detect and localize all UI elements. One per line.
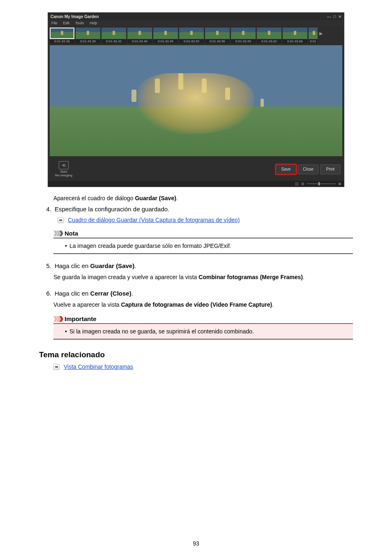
step-5: 5. Haga clic en Guardar (Save). Se guard…: [39, 262, 353, 282]
app-window: Canon My Image Garden — □ ✕ File Edit To…: [48, 12, 344, 187]
step-text: Haga clic en Cerrar (Close).: [55, 290, 133, 297]
window-controls: — □ ✕: [325, 14, 341, 19]
step-body: Vuelve a aparecer la vista Captura de fo…: [53, 301, 353, 309]
page-number: 93: [0, 540, 392, 547]
minimize-icon[interactable]: —: [327, 14, 331, 19]
menu-tools[interactable]: Tools: [75, 21, 84, 25]
thumbnail[interactable]: 0:01:43.36: [50, 28, 74, 44]
title-bar: Canon My Image Garden — □ ✕: [48, 13, 344, 20]
scroll-right-icon[interactable]: ▶: [319, 28, 323, 39]
thumbnail[interactable]: 0:01:43.66: [283, 28, 307, 44]
step-text: Especifique la configuración de guardado…: [55, 206, 169, 213]
step-body: Se guarda la imagen creada y vuelve a ap…: [53, 273, 353, 282]
save-button[interactable]: Save: [276, 164, 296, 174]
note-bullet: La imagen creada puede guardarse sólo en…: [65, 243, 353, 249]
important-chevrons-icon: [53, 316, 62, 322]
fit-icon[interactable]: ◫: [295, 182, 299, 186]
menu-edit[interactable]: Edit: [63, 21, 70, 25]
step-6: 6. Haga clic en Cerrar (Close). Vuelve a…: [39, 290, 353, 340]
menu-bar: File Edit Tools Help: [48, 20, 344, 26]
thumbnail[interactable]: 0:01:43.42: [101, 28, 126, 44]
preview-area: [50, 45, 342, 156]
status-bar: ◫ ⊖ ⊕: [48, 181, 344, 187]
thumbnail[interactable]: 0:01:43.56: [205, 28, 230, 44]
thumbnail[interactable]: 0:01:43.39: [76, 28, 100, 44]
print-button[interactable]: Print: [320, 164, 341, 174]
step-number: 4.: [39, 206, 51, 213]
thumbnail-strip: 0:01:43.36 0:01:43.39 0:01:43.42 0:01:43…: [48, 26, 344, 44]
important-bullet: Si la imagen creada no se guarda, se sup…: [65, 328, 353, 335]
thumbnail[interactable]: 0:01:43.62: [257, 28, 281, 44]
related-link[interactable]: Vista Combinar fotogramas: [64, 363, 133, 370]
maximize-icon[interactable]: □: [333, 14, 336, 19]
step-number: 6.: [39, 290, 51, 297]
app-title: Canon My Image Garden: [51, 14, 325, 19]
dialog-appears-text: Aparecerá el cuadro de diálogo Guardar (…: [53, 194, 353, 203]
thumbnail[interactable]: 0:01:43.49: [153, 28, 178, 44]
thumbnail[interactable]: 0:01:43.46: [127, 28, 152, 44]
thumbnail-partial[interactable]: 0:01: [309, 28, 318, 44]
zoom-out-icon[interactable]: ⊖: [301, 182, 304, 186]
link-arrow-icon: [53, 364, 60, 370]
step-number: 5.: [39, 262, 51, 269]
important-box: Importante Si la imagen creada no se gua…: [53, 314, 353, 340]
zoom-in-icon[interactable]: ⊕: [338, 182, 341, 186]
related-heading: Tema relacionado: [39, 350, 353, 359]
thumbnail[interactable]: 0:01:43.59: [231, 28, 256, 44]
step-text: Haga clic en Guardar (Save).: [55, 262, 136, 269]
thumbnail[interactable]: 0:01:43.52: [179, 28, 204, 44]
note-chevrons-icon: [53, 231, 62, 236]
note-box: Nota La imagen creada puede guardarse só…: [53, 228, 353, 254]
bottom-toolbar: ⟲ Start Re-merging Save Close Print: [48, 158, 344, 181]
menu-help[interactable]: Help: [90, 21, 97, 25]
start-remerging-button[interactable]: ⟲ Start Re-merging: [51, 161, 76, 178]
close-icon[interactable]: ✕: [338, 14, 341, 19]
important-title: Importante: [65, 315, 97, 322]
zoom-slider[interactable]: [307, 183, 336, 184]
close-button[interactable]: Close: [298, 164, 318, 174]
remerge-icon: ⟲: [59, 161, 69, 169]
step-4: 4. Especifique la configuración de guard…: [39, 206, 353, 254]
link-arrow-icon: [58, 217, 64, 223]
menu-file[interactable]: File: [51, 21, 58, 25]
note-title: Nota: [65, 230, 78, 237]
save-dialog-link[interactable]: Cuadro de diálogo Guardar (Vista Captura…: [68, 217, 240, 223]
